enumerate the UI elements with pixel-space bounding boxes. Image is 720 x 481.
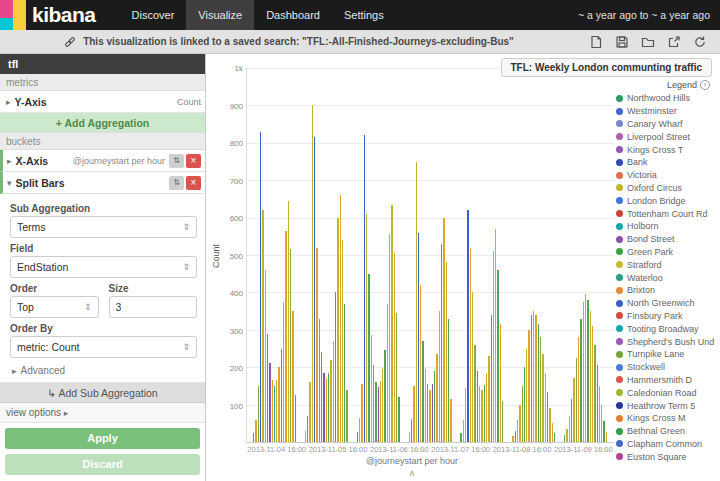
legend-item[interactable]: Stratford: [616, 258, 718, 271]
bar[interactable]: [535, 315, 536, 442]
split-bars-agg-row[interactable]: ▾ Split Bars ⇅ ×: [0, 172, 205, 194]
bar[interactable]: [533, 311, 534, 442]
bar[interactable]: [599, 386, 600, 442]
bar[interactable]: [603, 421, 604, 442]
bar[interactable]: [436, 354, 437, 442]
bar[interactable]: [569, 416, 570, 442]
bar[interactable]: [330, 360, 331, 442]
bar[interactable]: [585, 294, 586, 442]
bar[interactable]: [474, 345, 475, 442]
legend-item[interactable]: Brixton: [616, 284, 718, 297]
bar[interactable]: [269, 363, 270, 442]
bar[interactable]: [342, 240, 343, 442]
bar[interactable]: [566, 429, 567, 442]
bar[interactable]: [515, 431, 516, 442]
bar[interactable]: [305, 431, 306, 442]
bar[interactable]: [285, 231, 286, 442]
collapse-sidebar-chevron[interactable]: ∧: [210, 468, 614, 481]
bar[interactable]: [463, 420, 464, 442]
advanced-toggle[interactable]: ▸Advanced: [10, 365, 197, 376]
bar[interactable]: [497, 270, 498, 442]
bar[interactable]: [512, 436, 513, 442]
bar[interactable]: [594, 345, 595, 442]
bar[interactable]: [495, 229, 496, 442]
bar[interactable]: [564, 435, 565, 442]
legend-item[interactable]: Finsbury Park: [616, 310, 718, 323]
bar[interactable]: [528, 330, 529, 442]
bar[interactable]: [359, 418, 360, 442]
bar[interactable]: [258, 386, 259, 442]
bar[interactable]: [260, 132, 261, 442]
bar[interactable]: [295, 395, 296, 442]
size-input[interactable]: [109, 296, 198, 318]
open-folder-icon[interactable]: [640, 34, 656, 50]
nav-item-dashboard[interactable]: Dashboard: [254, 0, 332, 30]
bar[interactable]: [477, 371, 478, 442]
bar[interactable]: [420, 285, 421, 442]
bar[interactable]: [592, 326, 593, 442]
bar[interactable]: [545, 373, 546, 442]
nav-item-visualize[interactable]: Visualize: [186, 0, 254, 30]
bar[interactable]: [309, 382, 310, 442]
bar[interactable]: [432, 384, 433, 442]
legend-item[interactable]: Northwood Hills: [616, 92, 718, 105]
bar[interactable]: [531, 315, 532, 442]
legend-item[interactable]: Tottenham Court Rd: [616, 207, 718, 220]
legend-item[interactable]: Tooting Broadway: [616, 322, 718, 335]
legend-item[interactable]: Kings Cross M: [616, 412, 718, 425]
bar[interactable]: [443, 218, 444, 442]
bar[interactable]: [413, 386, 414, 442]
nav-item-settings[interactable]: Settings: [332, 0, 396, 30]
bar[interactable]: [373, 365, 374, 442]
bar[interactable]: [389, 234, 390, 442]
bar[interactable]: [587, 300, 588, 442]
view-options-toggle[interactable]: view options ▸: [0, 403, 205, 423]
discard-button[interactable]: Discard: [5, 454, 200, 475]
legend-item[interactable]: Oxford Circus: [616, 182, 718, 195]
bar[interactable]: [335, 292, 336, 442]
bar[interactable]: [484, 385, 485, 442]
reorder-agg-button[interactable]: ⇅: [169, 176, 184, 190]
bar[interactable]: [262, 210, 263, 442]
bar[interactable]: [450, 399, 451, 442]
legend-item[interactable]: Holborn: [616, 220, 718, 233]
refresh-icon[interactable]: [692, 34, 708, 50]
order-by-select[interactable]: metric: Count ⇕: [10, 336, 197, 358]
bar[interactable]: [253, 433, 254, 442]
bar[interactable]: [472, 292, 473, 442]
remove-agg-button[interactable]: ×: [186, 154, 201, 168]
bar[interactable]: [460, 433, 461, 442]
bar[interactable]: [384, 350, 385, 442]
bar[interactable]: [288, 201, 289, 442]
bar[interactable]: [502, 401, 503, 442]
remove-agg-button[interactable]: ×: [186, 176, 201, 190]
legend-item[interactable]: North Greenwich: [616, 297, 718, 310]
add-aggregation-button[interactable]: + Add Aggregation: [0, 113, 205, 133]
bar[interactable]: [481, 390, 482, 442]
bar[interactable]: [554, 433, 555, 442]
bar[interactable]: [346, 390, 347, 442]
bar[interactable]: [549, 408, 550, 442]
bar[interactable]: [425, 369, 426, 442]
bar[interactable]: [448, 319, 449, 442]
bar[interactable]: [470, 248, 471, 442]
legend-item[interactable]: Clapham Common: [616, 438, 718, 451]
bar[interactable]: [552, 423, 553, 442]
bar[interactable]: [326, 378, 327, 442]
bar[interactable]: [396, 313, 397, 442]
bar[interactable]: [278, 367, 279, 442]
bar[interactable]: [486, 373, 487, 442]
kibana-logo[interactable]: kibana: [0, 0, 106, 30]
legend-item[interactable]: Kings Cross T: [616, 143, 718, 156]
legend-item[interactable]: Bethnal Green: [616, 425, 718, 438]
bar[interactable]: [446, 262, 447, 442]
legend-item[interactable]: Bank: [616, 156, 718, 169]
bar[interactable]: [411, 419, 412, 442]
bar[interactable]: [479, 386, 480, 442]
bar[interactable]: [319, 319, 320, 442]
bar[interactable]: [368, 274, 369, 442]
bar[interactable]: [290, 249, 291, 442]
bar[interactable]: [576, 358, 577, 442]
share-export-icon[interactable]: [666, 34, 682, 50]
bar[interactable]: [542, 354, 543, 442]
